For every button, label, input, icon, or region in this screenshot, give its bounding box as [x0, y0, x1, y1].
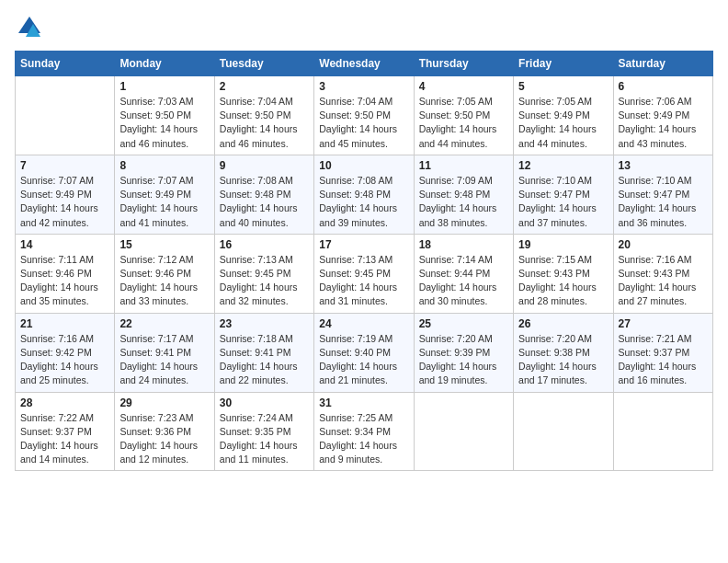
weekday-header-wednesday: Wednesday: [314, 52, 414, 76]
calendar-cell: [16, 76, 115, 155]
day-number: 27: [619, 317, 708, 330]
day-info: Sunrise: 7:11 AM Sunset: 9:46 PM Dayligh…: [20, 253, 109, 309]
calendar-cell: 3Sunrise: 7:04 AM Sunset: 9:50 PM Daylig…: [314, 76, 414, 155]
day-number: 28: [20, 396, 109, 409]
calendar-cell: 28Sunrise: 7:22 AM Sunset: 9:37 PM Dayli…: [16, 392, 115, 471]
weekday-header-friday: Friday: [514, 52, 613, 76]
calendar-cell: [514, 392, 613, 471]
calendar-week-row: 21Sunrise: 7:16 AM Sunset: 9:42 PM Dayli…: [16, 313, 713, 392]
day-info: Sunrise: 7:06 AM Sunset: 9:49 PM Dayligh…: [619, 95, 708, 151]
calendar-cell: 17Sunrise: 7:13 AM Sunset: 9:45 PM Dayli…: [314, 234, 414, 313]
day-info: Sunrise: 7:22 AM Sunset: 9:37 PM Dayligh…: [20, 411, 109, 467]
calendar-cell: 10Sunrise: 7:08 AM Sunset: 9:48 PM Dayli…: [314, 155, 414, 234]
day-number: 14: [20, 238, 109, 251]
day-info: Sunrise: 7:16 AM Sunset: 9:42 PM Dayligh…: [20, 332, 109, 388]
day-info: Sunrise: 7:05 AM Sunset: 9:49 PM Dayligh…: [518, 95, 608, 151]
calendar-cell: 24Sunrise: 7:19 AM Sunset: 9:40 PM Dayli…: [314, 313, 414, 392]
day-info: Sunrise: 7:07 AM Sunset: 9:49 PM Dayligh…: [119, 174, 209, 230]
calendar-cell: 29Sunrise: 7:23 AM Sunset: 9:36 PM Dayli…: [115, 392, 214, 471]
day-info: Sunrise: 7:12 AM Sunset: 9:46 PM Dayligh…: [119, 253, 209, 309]
day-info: Sunrise: 7:07 AM Sunset: 9:49 PM Dayligh…: [20, 174, 109, 230]
calendar-cell: 1Sunrise: 7:03 AM Sunset: 9:50 PM Daylig…: [115, 76, 214, 155]
calendar-cell: 20Sunrise: 7:16 AM Sunset: 9:43 PM Dayli…: [613, 234, 712, 313]
day-info: Sunrise: 7:08 AM Sunset: 9:48 PM Dayligh…: [220, 174, 309, 230]
day-info: Sunrise: 7:05 AM Sunset: 9:50 PM Dayligh…: [419, 95, 508, 151]
day-info: Sunrise: 7:13 AM Sunset: 9:45 PM Dayligh…: [319, 253, 408, 309]
calendar-cell: 16Sunrise: 7:13 AM Sunset: 9:45 PM Dayli…: [214, 234, 313, 313]
calendar-cell: 31Sunrise: 7:25 AM Sunset: 9:34 PM Dayli…: [314, 392, 414, 471]
day-number: 20: [619, 238, 708, 251]
day-info: Sunrise: 7:24 AM Sunset: 9:35 PM Dayligh…: [220, 411, 309, 467]
calendar-week-row: 1Sunrise: 7:03 AM Sunset: 9:50 PM Daylig…: [16, 76, 713, 155]
calendar-cell: 6Sunrise: 7:06 AM Sunset: 9:49 PM Daylig…: [613, 76, 712, 155]
day-number: 18: [419, 238, 508, 251]
day-number: 25: [419, 317, 508, 330]
calendar-week-row: 14Sunrise: 7:11 AM Sunset: 9:46 PM Dayli…: [16, 234, 713, 313]
day-number: 29: [119, 396, 209, 409]
calendar-cell: 9Sunrise: 7:08 AM Sunset: 9:48 PM Daylig…: [214, 155, 313, 234]
logo: [15, 15, 42, 45]
calendar-cell: 15Sunrise: 7:12 AM Sunset: 9:46 PM Dayli…: [115, 234, 214, 313]
day-info: Sunrise: 7:14 AM Sunset: 9:44 PM Dayligh…: [419, 253, 508, 309]
page-header: [15, 15, 713, 45]
day-info: Sunrise: 7:19 AM Sunset: 9:40 PM Dayligh…: [319, 332, 408, 388]
calendar-cell: 5Sunrise: 7:05 AM Sunset: 9:49 PM Daylig…: [514, 76, 613, 155]
day-number: 31: [319, 396, 408, 409]
day-number: 13: [619, 159, 708, 172]
day-info: Sunrise: 7:18 AM Sunset: 9:41 PM Dayligh…: [220, 332, 309, 388]
day-number: 6: [619, 80, 708, 93]
day-number: 30: [220, 396, 309, 409]
calendar-cell: 22Sunrise: 7:17 AM Sunset: 9:41 PM Dayli…: [115, 313, 214, 392]
calendar-cell: [613, 392, 712, 471]
calendar-cell: 14Sunrise: 7:11 AM Sunset: 9:46 PM Dayli…: [16, 234, 115, 313]
day-number: 12: [518, 159, 608, 172]
day-number: 26: [518, 317, 608, 330]
day-info: Sunrise: 7:04 AM Sunset: 9:50 PM Dayligh…: [319, 95, 408, 151]
day-number: 15: [119, 238, 209, 251]
weekday-header-monday: Monday: [115, 52, 214, 76]
day-number: 7: [20, 159, 109, 172]
weekday-header-tuesday: Tuesday: [214, 52, 313, 76]
day-info: Sunrise: 7:23 AM Sunset: 9:36 PM Dayligh…: [119, 411, 209, 467]
day-number: 24: [319, 317, 408, 330]
day-number: 9: [220, 159, 309, 172]
calendar-cell: 11Sunrise: 7:09 AM Sunset: 9:48 PM Dayli…: [414, 155, 513, 234]
day-info: Sunrise: 7:04 AM Sunset: 9:50 PM Dayligh…: [220, 95, 309, 151]
calendar-cell: 30Sunrise: 7:24 AM Sunset: 9:35 PM Dayli…: [214, 392, 313, 471]
calendar-cell: 13Sunrise: 7:10 AM Sunset: 9:47 PM Dayli…: [613, 155, 712, 234]
day-info: Sunrise: 7:08 AM Sunset: 9:48 PM Dayligh…: [319, 174, 408, 230]
day-number: 17: [319, 238, 408, 251]
calendar-header-row: SundayMondayTuesdayWednesdayThursdayFrid…: [16, 52, 713, 76]
day-number: 2: [220, 80, 309, 93]
calendar-cell: 2Sunrise: 7:04 AM Sunset: 9:50 PM Daylig…: [214, 76, 313, 155]
day-info: Sunrise: 7:10 AM Sunset: 9:47 PM Dayligh…: [518, 174, 608, 230]
day-info: Sunrise: 7:09 AM Sunset: 9:48 PM Dayligh…: [419, 174, 508, 230]
calendar-cell: 19Sunrise: 7:15 AM Sunset: 9:43 PM Dayli…: [514, 234, 613, 313]
weekday-header-saturday: Saturday: [613, 52, 712, 76]
day-number: 22: [119, 317, 209, 330]
weekday-header-sunday: Sunday: [16, 52, 115, 76]
day-info: Sunrise: 7:03 AM Sunset: 9:50 PM Dayligh…: [119, 95, 209, 151]
calendar-cell: 8Sunrise: 7:07 AM Sunset: 9:49 PM Daylig…: [115, 155, 214, 234]
calendar-cell: 18Sunrise: 7:14 AM Sunset: 9:44 PM Dayli…: [414, 234, 513, 313]
day-info: Sunrise: 7:20 AM Sunset: 9:38 PM Dayligh…: [518, 332, 608, 388]
calendar-body: 1Sunrise: 7:03 AM Sunset: 9:50 PM Daylig…: [16, 76, 713, 471]
day-number: 10: [319, 159, 408, 172]
calendar-cell: [414, 392, 513, 471]
calendar-cell: 21Sunrise: 7:16 AM Sunset: 9:42 PM Dayli…: [16, 313, 115, 392]
calendar-cell: 25Sunrise: 7:20 AM Sunset: 9:39 PM Dayli…: [414, 313, 513, 392]
day-number: 23: [220, 317, 309, 330]
day-info: Sunrise: 7:20 AM Sunset: 9:39 PM Dayligh…: [419, 332, 508, 388]
calendar-week-row: 7Sunrise: 7:07 AM Sunset: 9:49 PM Daylig…: [16, 155, 713, 234]
day-info: Sunrise: 7:15 AM Sunset: 9:43 PM Dayligh…: [518, 253, 608, 309]
calendar-table: SundayMondayTuesdayWednesdayThursdayFrid…: [15, 51, 713, 471]
calendar-cell: 7Sunrise: 7:07 AM Sunset: 9:49 PM Daylig…: [16, 155, 115, 234]
calendar-cell: 12Sunrise: 7:10 AM Sunset: 9:47 PM Dayli…: [514, 155, 613, 234]
calendar-cell: 23Sunrise: 7:18 AM Sunset: 9:41 PM Dayli…: [214, 313, 313, 392]
day-number: 19: [518, 238, 608, 251]
day-info: Sunrise: 7:13 AM Sunset: 9:45 PM Dayligh…: [220, 253, 309, 309]
day-info: Sunrise: 7:25 AM Sunset: 9:34 PM Dayligh…: [319, 411, 408, 467]
day-number: 5: [518, 80, 608, 93]
day-number: 4: [419, 80, 508, 93]
day-number: 21: [20, 317, 109, 330]
